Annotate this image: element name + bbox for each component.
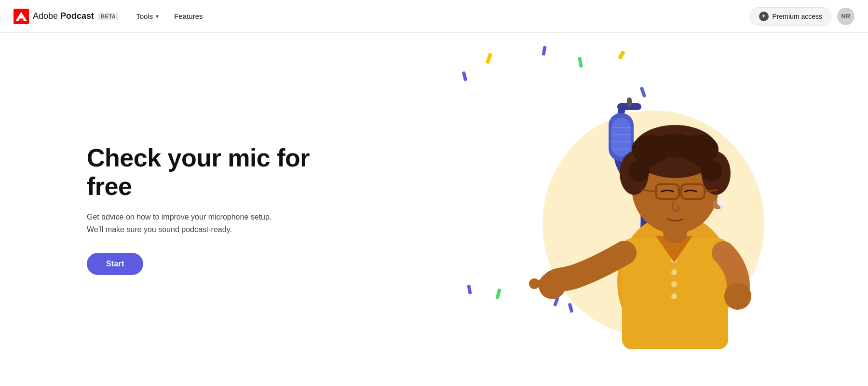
subtitle-line2: We’ll make sure you sound podcast-ready. xyxy=(87,225,232,234)
premium-label: Premium access xyxy=(773,13,822,20)
illustration-area xyxy=(434,33,868,386)
confetti-piece xyxy=(495,288,501,299)
user-avatar[interactable]: NR xyxy=(837,8,854,25)
svg-point-18 xyxy=(671,281,677,287)
confetti-piece xyxy=(485,53,492,64)
svg-point-31 xyxy=(653,134,697,158)
user-initials: NR xyxy=(841,13,851,20)
start-button[interactable]: Start xyxy=(87,253,143,275)
hero-title: Check your mic for free xyxy=(87,144,338,202)
svg-point-17 xyxy=(671,269,677,275)
features-nav-item[interactable]: Features xyxy=(174,12,203,20)
nav-brand: Adobe Podcast BETA xyxy=(14,9,119,24)
tools-nav-item[interactable]: Tools ▾ xyxy=(136,12,159,20)
nav-right: ✦ Premium access NR xyxy=(750,7,854,26)
svg-point-22 xyxy=(529,278,540,289)
adobe-logo-icon xyxy=(14,9,29,24)
hero-subtitle: Get advice on how to improve your microp… xyxy=(87,211,338,235)
nav-left: Adobe Podcast BETA Tools ▾ Features xyxy=(14,9,750,24)
confetti-piece xyxy=(618,50,625,60)
svg-rect-8 xyxy=(611,118,631,156)
brand-text: Adobe Podcast xyxy=(33,11,94,21)
confetti-piece xyxy=(467,285,472,295)
brand-adobe: Adobe xyxy=(33,11,58,21)
chevron-down-icon: ▾ xyxy=(156,13,159,20)
brand-podcast: Podcast xyxy=(60,11,94,21)
content-left: Check your mic for free Get advice on ho… xyxy=(87,144,338,276)
beta-badge: BETA xyxy=(98,13,119,20)
confetti-piece xyxy=(542,46,546,56)
svg-point-23 xyxy=(724,283,751,310)
tools-label: Tools xyxy=(136,12,153,20)
svg-point-35 xyxy=(693,150,710,167)
confetti-piece xyxy=(462,71,468,81)
subtitle-line1: Get advice on how to improve your microp… xyxy=(87,213,271,221)
svg-point-42 xyxy=(717,198,725,206)
premium-icon: ✦ xyxy=(759,12,769,21)
svg-point-19 xyxy=(671,293,677,299)
svg-rect-6 xyxy=(627,97,632,107)
premium-access-button[interactable]: ✦ Premium access xyxy=(750,7,831,26)
svg-point-34 xyxy=(640,150,657,167)
podcaster-illustration xyxy=(526,60,776,359)
svg-rect-43 xyxy=(720,206,722,212)
navbar: Adobe Podcast BETA Tools ▾ Features ✦ Pr… xyxy=(0,0,868,33)
main-content: Check your mic for free Get advice on ho… xyxy=(0,33,868,386)
